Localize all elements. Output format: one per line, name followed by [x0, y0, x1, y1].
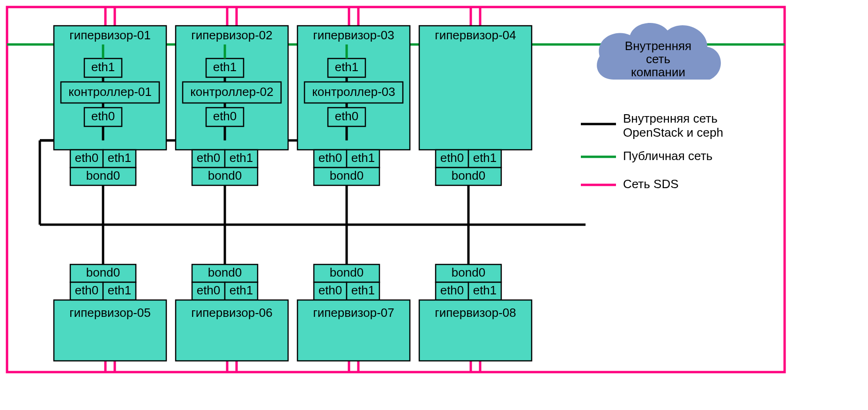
- hv3-eth1: eth1: [335, 60, 359, 74]
- bond-bottom-1: bond0 eth0 eth1: [70, 264, 136, 300]
- legend-green: Публичная сеть: [623, 149, 712, 163]
- hv1-eth0: eth0: [91, 109, 115, 123]
- bt3-eth0: eth0: [319, 151, 342, 165]
- hypervisor-04: гипервизор-04: [419, 26, 532, 150]
- cloud-icon: Внутренняя сеть компании: [597, 23, 721, 80]
- network-diagram: гипервизор-01 eth1 контроллер-01 eth0 ги…: [5, 5, 787, 374]
- bond-top-1: eth0 eth1 bond0: [70, 150, 136, 225]
- hypervisor-05-label: гипервизор-05: [69, 306, 150, 320]
- hypervisor-02: гипервизор-02 eth1 контроллер-02 eth0: [176, 26, 288, 150]
- cloud-line3: компании: [631, 65, 685, 79]
- bond-bottom-2: bond0 eth0 eth1: [192, 264, 258, 300]
- hv3-eth0: eth0: [335, 109, 359, 123]
- bt4-bond: bond0: [452, 168, 485, 183]
- bb3-eth1: eth1: [351, 283, 375, 297]
- legend: Внутренняя сеть OpenStack и ceph Публичн…: [581, 111, 723, 191]
- bt1-eth1: eth1: [108, 151, 132, 165]
- bb2-eth0: eth0: [197, 283, 221, 297]
- legend-black-l1: Внутренняя сеть: [623, 111, 718, 125]
- bt4-eth1: eth1: [473, 151, 497, 165]
- bb2-bond: bond0: [208, 265, 242, 279]
- hv2-eth1: eth1: [213, 60, 237, 74]
- bt1-bond: bond0: [86, 168, 120, 183]
- bt2-bond: bond0: [208, 168, 242, 183]
- bt3-bond: bond0: [330, 168, 364, 183]
- svg-rect-46: [419, 26, 532, 150]
- bt4-eth0: eth0: [440, 151, 464, 165]
- hv2-eth0: eth0: [213, 109, 237, 123]
- bond-bottom-3: bond0 eth0 eth1: [314, 264, 379, 300]
- bt1-eth0: eth0: [75, 151, 99, 165]
- bb1-eth0: eth0: [75, 283, 99, 297]
- bb3-bond: bond0: [330, 265, 364, 279]
- hypervisor-03-label: гипервизор-03: [313, 28, 394, 42]
- hypervisor-07: гипервизор-07: [297, 300, 410, 361]
- bb1-eth1: eth1: [108, 283, 132, 297]
- hypervisor-08-label: гипервизор-08: [435, 306, 516, 320]
- cloud-line2: сеть: [646, 52, 670, 66]
- hv1-controller: контроллер-01: [68, 85, 152, 99]
- hypervisor-06-label: гипервизор-06: [191, 306, 272, 320]
- hv1-eth1: eth1: [91, 60, 115, 74]
- hv2-controller: контроллер-02: [190, 85, 274, 99]
- bb4-eth0: eth0: [440, 283, 464, 297]
- bb2-eth1: eth1: [230, 283, 253, 297]
- bond-top-2: eth0 eth1 bond0: [192, 150, 258, 225]
- hypervisor-04-label: гипервизор-04: [435, 28, 516, 42]
- hypervisor-02-label: гипервизор-02: [191, 28, 272, 42]
- hypervisor-06: гипервизор-06: [176, 300, 288, 361]
- bt2-eth0: eth0: [197, 151, 221, 165]
- cloud-line1: Внутренняя: [625, 39, 691, 53]
- bt2-eth1: eth1: [230, 151, 253, 165]
- legend-pink: Сеть SDS: [623, 177, 679, 191]
- bb4-eth1: eth1: [473, 283, 497, 297]
- bond-top-4: eth0 eth1 bond0: [436, 150, 501, 225]
- hypervisor-01: гипервизор-01 eth1 контроллер-01 eth0: [54, 26, 166, 150]
- bond-bottom-4: bond0 eth0 eth1: [436, 264, 501, 300]
- hv3-controller: контроллер-03: [312, 85, 395, 99]
- bb3-eth0: eth0: [319, 283, 342, 297]
- bb1-bond: bond0: [86, 265, 120, 279]
- hypervisor-05: гипервизор-05: [54, 300, 166, 361]
- bt3-eth1: eth1: [351, 151, 375, 165]
- hypervisor-08: гипервизор-08: [419, 300, 532, 361]
- hypervisor-07-label: гипервизор-07: [313, 306, 394, 320]
- legend-black-l2: OpenStack и ceph: [623, 125, 723, 139]
- bb4-bond: bond0: [452, 265, 485, 279]
- bond-top-3: eth0 eth1 bond0: [314, 150, 379, 225]
- hypervisor-03: гипервизор-03 eth1 контроллер-03 eth0: [297, 26, 410, 150]
- hypervisor-01-label: гипервизор-01: [69, 28, 150, 42]
